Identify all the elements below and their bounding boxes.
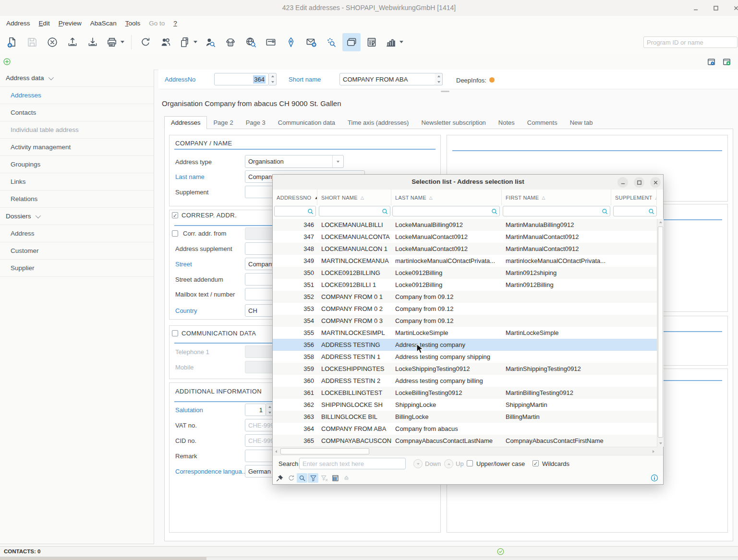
filter-input-addressno[interactable]	[274, 206, 316, 216]
sidebar-item-links[interactable]: Links	[0, 173, 154, 191]
last-name-label[interactable]: Last name	[175, 173, 205, 180]
addressno-label[interactable]: AddressNo	[165, 76, 195, 83]
menu-edit[interactable]: Edit	[35, 18, 54, 29]
upper-lower-case-checkbox[interactable]	[467, 460, 473, 466]
sidebar-item-address[interactable]: Address	[0, 225, 154, 242]
tab-addresses[interactable]: Addresses	[164, 116, 207, 129]
table-row-354[interactable]: 354COMPANY FROM 0 3Company from 09.12	[273, 315, 657, 327]
table-row-363[interactable]: 363BILLINGLOCKE BILBillingLockeBillingMa…	[273, 411, 657, 423]
sidebar-item-contacts[interactable]: Contacts	[0, 104, 154, 121]
table-row-359[interactable]: 359LOCKESHIPPINGTESLockeShippingTesting0…	[273, 363, 657, 375]
tab-time-axis-addresses[interactable]: Time axis (addresses)	[341, 117, 415, 129]
add-circle-icon[interactable]	[2, 57, 12, 68]
refresh-icon[interactable]	[136, 33, 155, 51]
person-search-icon[interactable]	[201, 33, 219, 51]
export-icon[interactable]	[63, 33, 82, 51]
table-row-348[interactable]: 348LOCKEMANUALCON 1LockeManualContact091…	[273, 243, 657, 255]
tab-communication-data[interactable]: Communication data	[272, 117, 341, 129]
sidebar-group-address-data[interactable]: Address data	[0, 70, 154, 87]
web-search-icon[interactable]	[242, 33, 260, 51]
filter-input-last-name[interactable]	[392, 206, 500, 216]
dialog-maximize-icon[interactable]	[634, 177, 644, 188]
phone-icon[interactable]	[221, 33, 240, 51]
chevron-down-icon[interactable]	[121, 41, 124, 43]
refresh-icon[interactable]	[286, 473, 296, 483]
horizontal-scrollbar[interactable]	[273, 447, 657, 455]
addressno-spinner[interactable]	[269, 73, 277, 85]
tab-page-2[interactable]: Page 2	[207, 117, 239, 129]
window-minimize-icon[interactable]	[692, 5, 699, 12]
tab-page-3[interactable]: Page 3	[240, 117, 272, 129]
search-icon[interactable]	[297, 473, 307, 483]
pin-icon[interactable]	[275, 473, 285, 483]
sidebar-item-relations[interactable]: Relations	[0, 191, 154, 208]
program-list-icon[interactable]	[363, 33, 381, 51]
table-row-346[interactable]: 346LOCKEMANUALBILLILockeManualBilling091…	[273, 219, 657, 231]
chevron-down-icon[interactable]	[194, 41, 197, 43]
dialog-close-icon[interactable]	[650, 177, 661, 188]
table-row-353[interactable]: 353COMPANY FROM 0 2Company from 09.12	[273, 303, 657, 315]
new-document-icon[interactable]	[3, 33, 21, 51]
windows-icon[interactable]	[342, 33, 361, 51]
table-row-349[interactable]: 349MARTINLOCKEMANUAmartinlockeManualCOnt…	[273, 255, 657, 267]
table-row-361[interactable]: 361LOCKEBILLINGTESTLockeBillingTesting09…	[273, 387, 657, 399]
menu-abascan[interactable]: AbaScan	[86, 18, 121, 29]
filter-input-first-name[interactable]	[503, 206, 610, 216]
tab-new-tab[interactable]: New tab	[564, 117, 599, 129]
communication-data-checkbox[interactable]	[172, 330, 178, 336]
table-row-355[interactable]: 355MARTINLOCKESIMPLMartinLockeSimpleMart…	[273, 327, 657, 339]
table-row-350[interactable]: 350LOCKE0912BILLINGLocke0912BillingMarti…	[273, 267, 657, 279]
filter-input-short-name[interactable]	[319, 206, 390, 216]
column-header-supplement[interactable]: SUPPLEMENT△	[611, 190, 657, 205]
dialog-search-input[interactable]	[299, 458, 406, 469]
country-label[interactable]: Country	[175, 307, 197, 314]
corr-addr-from-checkbox[interactable]	[172, 230, 178, 237]
menu-address[interactable]: Address	[2, 18, 35, 29]
column-header-short-name[interactable]: SHORT NAME△	[317, 190, 391, 205]
vertical-scrollbar[interactable]	[657, 219, 664, 447]
statistics-icon[interactable]	[383, 33, 405, 51]
selection-dialog-titlebar[interactable]: Selection list - Address selection list	[273, 175, 663, 190]
chevron-down-icon[interactable]	[332, 155, 343, 167]
window-add-icon[interactable]	[721, 57, 732, 70]
shortname-spinner[interactable]	[435, 73, 443, 85]
menu-[interactable]: ?	[169, 18, 181, 29]
menu-tools[interactable]: Tools	[121, 18, 145, 29]
window-close-icon[interactable]	[733, 5, 738, 12]
import-icon[interactable]	[84, 33, 102, 51]
chevron-down-icon[interactable]	[399, 41, 403, 43]
corresp-addr-checkbox[interactable]: ✓	[172, 212, 178, 218]
language-label[interactable]: Correspondence langua...	[175, 468, 247, 475]
splitter-handle[interactable]	[441, 91, 449, 92]
print-icon[interactable]	[104, 33, 126, 51]
program-search-input[interactable]	[643, 36, 738, 48]
salutation-input[interactable]: 1	[245, 404, 266, 416]
grid-icon[interactable]	[330, 473, 340, 483]
options-search-icon[interactable]	[322, 33, 340, 51]
column-header-last-name[interactable]: LAST NAME△	[391, 190, 502, 205]
column-header-addressno[interactable]: ADDRESSNO▲	[273, 190, 317, 205]
sidebar-item-groupings[interactable]: Groupings	[0, 156, 154, 173]
menu-preview[interactable]: Preview	[54, 18, 86, 29]
table-row-352[interactable]: 352COMPANY FROM 0 1Company from 09.12	[273, 291, 657, 303]
shortname-input[interactable]: COMPANY FROM ABA	[339, 73, 436, 85]
street-label[interactable]: Street	[175, 261, 192, 268]
table-row-360[interactable]: 360ADDRESS TESTIN 2Address testing compa…	[273, 375, 657, 387]
tab-notes[interactable]: Notes	[492, 117, 521, 129]
sidebar-group-dossiers[interactable]: Dossiers	[0, 208, 154, 225]
table-row-365[interactable]: 365COMPNAYABACUSCONCompnayAbacusContactL…	[273, 435, 657, 447]
table-row-356[interactable]: 356ADDRESS TESTINGAddress testing compan…	[273, 339, 657, 351]
mail-add-icon[interactable]	[302, 33, 320, 51]
cancel-icon[interactable]	[43, 33, 61, 51]
filter-input-supplement[interactable]	[613, 206, 657, 216]
dialog-minimize-icon[interactable]	[617, 177, 628, 188]
sidebar-item-activity-management[interactable]: Activity management	[0, 139, 154, 156]
wildcards-checkbox[interactable]: ✓	[532, 460, 539, 466]
shortname-label[interactable]: Short name	[289, 76, 321, 83]
table-row-364[interactable]: 364COMPANY FROM ABACompany from abacus	[273, 423, 657, 435]
table-row-351[interactable]: 351LOCKE0912BILLI 1Locke0912BillingMarti…	[273, 279, 657, 291]
table-row-358[interactable]: 358ADDRESS TESTIN 1Address testing compa…	[273, 351, 657, 363]
sidebar-item-addresses[interactable]: Addresses	[0, 87, 154, 104]
sidebar-item-supplier[interactable]: Supplier	[0, 260, 154, 277]
window-maximize-icon[interactable]	[713, 5, 719, 12]
